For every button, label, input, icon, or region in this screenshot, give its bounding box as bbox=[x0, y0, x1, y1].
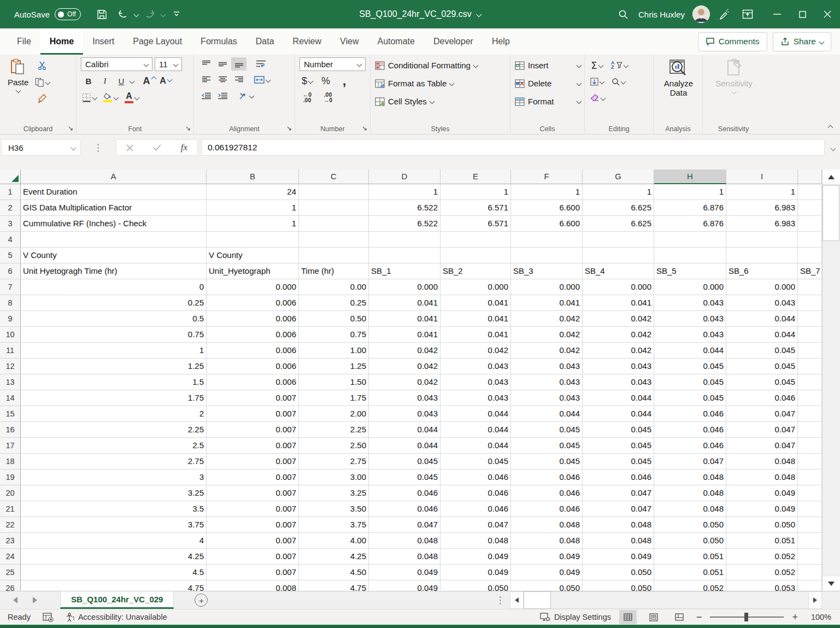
cell-C21[interactable]: 3.50 bbox=[299, 501, 369, 517]
cell-D14[interactable]: 0.043 bbox=[369, 390, 440, 406]
redo-dropdown-chevron[interactable] bbox=[160, 11, 166, 17]
cell-C25[interactable]: 4.50 bbox=[299, 565, 369, 580]
underline-button[interactable]: U bbox=[114, 74, 129, 87]
cell-I16[interactable]: 0.047 bbox=[726, 422, 798, 438]
cell-B25[interactable]: 0.007 bbox=[207, 565, 299, 580]
cell-D3[interactable]: 6.522 bbox=[369, 216, 440, 232]
cell-I5[interactable] bbox=[726, 248, 798, 263]
cell-C8[interactable]: 0.25 bbox=[299, 295, 369, 311]
column-header-G[interactable]: G bbox=[583, 169, 654, 184]
cell-A8[interactable]: 0.25 bbox=[21, 295, 207, 311]
tab-data[interactable]: Data bbox=[246, 28, 284, 55]
cell-H18[interactable]: 0.047 bbox=[654, 454, 726, 469]
cell-I22[interactable]: 0.050 bbox=[726, 517, 798, 533]
cell-D10[interactable]: 0.041 bbox=[369, 327, 440, 343]
cell-H19[interactable]: 0.048 bbox=[654, 469, 726, 485]
cell-E2[interactable]: 6.571 bbox=[440, 200, 511, 216]
cell-G23[interactable]: 0.048 bbox=[583, 533, 654, 549]
sensitivity-button[interactable]: Sensitivity bbox=[707, 57, 761, 95]
cell-F25[interactable]: 0.049 bbox=[511, 565, 583, 580]
zoom-in-button[interactable]: + bbox=[792, 613, 798, 621]
cell-I19[interactable]: 0.048 bbox=[726, 469, 798, 485]
paste-button[interactable]: Paste bbox=[4, 57, 32, 93]
cell-J8[interactable] bbox=[798, 295, 822, 311]
cell-J5[interactable] bbox=[798, 248, 822, 263]
cell-B3[interactable]: 1 bbox=[207, 216, 299, 232]
cell-G26[interactable]: 0.050 bbox=[583, 580, 654, 591]
cell-I26[interactable]: 0.053 bbox=[726, 580, 798, 591]
row-header-7[interactable]: 7 bbox=[0, 279, 21, 295]
name-box-dropdown-chevron[interactable] bbox=[71, 145, 77, 150]
cell-F13[interactable]: 0.043 bbox=[511, 374, 583, 390]
cell-D7[interactable]: 0.000 bbox=[369, 279, 440, 295]
cell-I8[interactable]: 0.043 bbox=[726, 295, 798, 311]
cell-B17[interactable]: 0.007 bbox=[207, 438, 299, 454]
cell-E7[interactable]: 0.000 bbox=[440, 279, 511, 295]
cell-H17[interactable]: 0.046 bbox=[654, 438, 726, 454]
name-box[interactable]: H36 bbox=[1, 139, 81, 156]
cell-C13[interactable]: 1.50 bbox=[299, 374, 369, 390]
cell-C22[interactable]: 3.75 bbox=[299, 517, 369, 533]
row-header-6[interactable]: 6 bbox=[0, 263, 21, 279]
cell-J4[interactable] bbox=[798, 232, 822, 248]
sensitivity-chevron[interactable] bbox=[731, 89, 737, 95]
cell-J25[interactable] bbox=[798, 565, 822, 580]
comma-style-button[interactable]: , bbox=[337, 74, 352, 87]
row-header-9[interactable]: 9 bbox=[0, 311, 21, 327]
cell-B4[interactable] bbox=[207, 232, 299, 248]
cell-I20[interactable]: 0.049 bbox=[726, 485, 798, 501]
new-sheet-button[interactable]: + bbox=[195, 594, 208, 607]
merge-dropdown-chevron[interactable] bbox=[266, 77, 271, 83]
cell-G5[interactable] bbox=[583, 248, 654, 263]
maximize-button[interactable] bbox=[790, 0, 815, 28]
increase-indent-button[interactable] bbox=[215, 89, 230, 102]
cell-B23[interactable]: 0.007 bbox=[207, 533, 299, 549]
row-header-16[interactable]: 16 bbox=[0, 422, 21, 438]
cell-B15[interactable]: 0.007 bbox=[207, 406, 299, 422]
accessibility-status[interactable]: Accessibility: Unavailable bbox=[66, 613, 167, 622]
cell-D24[interactable]: 0.048 bbox=[369, 549, 440, 565]
cell-F23[interactable]: 0.048 bbox=[511, 533, 583, 549]
fill-button[interactable] bbox=[589, 75, 605, 88]
format-cells-chevron[interactable] bbox=[577, 99, 582, 104]
insert-cells-chevron[interactable] bbox=[577, 63, 582, 68]
cell-C4[interactable] bbox=[299, 232, 369, 248]
cell-G11[interactable]: 0.042 bbox=[583, 343, 654, 359]
clear-button[interactable] bbox=[589, 91, 606, 104]
decrease-font-size-button[interactable]: A bbox=[158, 74, 173, 87]
cell-A21[interactable]: 3.5 bbox=[21, 501, 207, 517]
cell-styles-chevron[interactable] bbox=[429, 99, 434, 104]
cell-A1[interactable]: Event Duration bbox=[21, 184, 207, 200]
cell-B5[interactable]: V County bbox=[207, 248, 299, 263]
cell-B11[interactable]: 0.006 bbox=[207, 343, 299, 359]
zoom-slider-thumb[interactable] bbox=[744, 613, 748, 621]
zoom-level[interactable]: 100% bbox=[806, 613, 831, 621]
scroll-right-arrow[interactable] bbox=[808, 591, 822, 609]
cell-G24[interactable]: 0.049 bbox=[583, 549, 654, 565]
cell-I23[interactable]: 0.051 bbox=[726, 533, 798, 549]
cell-D5[interactable] bbox=[369, 248, 440, 263]
cell-J12[interactable] bbox=[798, 359, 822, 374]
cell-F9[interactable]: 0.042 bbox=[511, 311, 583, 327]
cell-E11[interactable]: 0.042 bbox=[440, 343, 511, 359]
cell-B2[interactable]: 1 bbox=[207, 200, 299, 216]
cell-E18[interactable]: 0.045 bbox=[440, 454, 511, 469]
page-break-preview-button[interactable] bbox=[671, 610, 688, 624]
cell-F14[interactable]: 0.043 bbox=[511, 390, 583, 406]
cell-E9[interactable]: 0.041 bbox=[440, 311, 511, 327]
find-select-button[interactable] bbox=[610, 75, 626, 88]
next-sheet-button[interactable] bbox=[33, 597, 37, 603]
cell-A20[interactable]: 3.25 bbox=[21, 485, 207, 501]
cell-B20[interactable]: 0.007 bbox=[207, 485, 299, 501]
cell-D11[interactable]: 0.042 bbox=[369, 343, 440, 359]
cell-J11[interactable] bbox=[798, 343, 822, 359]
cell-E13[interactable]: 0.043 bbox=[440, 374, 511, 390]
cell-D22[interactable]: 0.047 bbox=[369, 517, 440, 533]
cell-J17[interactable] bbox=[798, 438, 822, 454]
cell-I7[interactable]: 0.000 bbox=[726, 279, 798, 295]
cell-D26[interactable]: 0.049 bbox=[369, 580, 440, 591]
previous-sheet-button[interactable] bbox=[13, 597, 17, 603]
page-layout-view-button[interactable] bbox=[645, 610, 662, 624]
tab-page-layout[interactable]: Page Layout bbox=[124, 28, 191, 55]
cell-C9[interactable]: 0.50 bbox=[299, 311, 369, 327]
